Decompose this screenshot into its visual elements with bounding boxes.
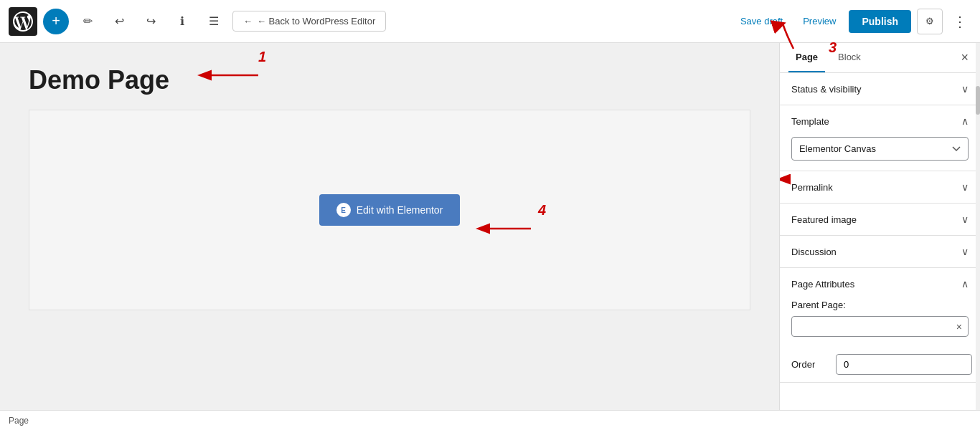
main-layout: Demo Page E Edit with Elementor 1: [0, 43, 980, 430]
plus-icon: +: [52, 13, 60, 29]
parent-page-input-container: ×: [791, 316, 969, 337]
order-input[interactable]: [836, 354, 972, 375]
template-select[interactable]: Elementor Canvas: [791, 137, 969, 161]
settings-button[interactable]: ⚙: [917, 9, 943, 34]
elementor-icon: E: [336, 203, 351, 217]
status-bar: Page: [0, 410, 980, 430]
featured-image-header[interactable]: Featured image ∨: [780, 204, 980, 235]
discussion-header[interactable]: Discussion ∨: [780, 236, 980, 267]
list-icon: ☰: [209, 14, 219, 28]
permalink-section: Permalink ∨: [780, 171, 980, 204]
preview-button[interactable]: Preview: [796, 11, 843, 31]
info-button[interactable]: ℹ: [169, 9, 195, 34]
permalink-chevron: ∨: [961, 181, 969, 193]
editor-area: Demo Page E Edit with Elementor 1: [0, 43, 779, 430]
order-label: Order: [791, 359, 827, 370]
status-visibility-section: Status & visibility ∨: [780, 73, 980, 105]
template-section: Template ∧ Elementor Canvas: [780, 105, 980, 171]
tab-block[interactable]: Block: [831, 43, 868, 72]
featured-image-label: Featured image: [791, 214, 857, 225]
status-visibility-chevron: ∨: [961, 83, 969, 95]
tab-page[interactable]: Page: [788, 43, 825, 72]
discussion-label: Discussion: [791, 247, 837, 257]
discussion-section: Discussion ∨: [780, 236, 980, 268]
page-title: Demo Page: [29, 64, 750, 95]
publish-button[interactable]: Publish: [849, 10, 911, 33]
wordpress-icon: [13, 11, 33, 32]
sidebar-close-button[interactable]: ×: [958, 47, 971, 68]
order-section: Order: [780, 347, 980, 382]
page-attributes-header[interactable]: Page Attributes ∧: [780, 268, 980, 300]
info-icon: ℹ: [180, 14, 184, 28]
page-attributes-label: Page Attributes: [791, 279, 854, 290]
status-visibility-header[interactable]: Status & visibility ∨: [780, 73, 980, 105]
sidebar-content: Status & visibility ∨ Template ∧ Element…: [780, 73, 980, 430]
edit-elementor-label: Edit with Elementor: [357, 204, 443, 216]
redo-icon: ↪: [146, 14, 156, 28]
page-attributes-chevron: ∧: [961, 278, 969, 290]
edit-with-elementor-button[interactable]: E Edit with Elementor: [319, 194, 461, 226]
gear-icon: ⚙: [925, 16, 934, 27]
back-button-label: ← Back to WordPress Editor: [257, 16, 375, 27]
add-button[interactable]: +: [43, 9, 69, 34]
template-header[interactable]: Template ∧: [780, 105, 980, 137]
publish-label: Publish: [862, 16, 898, 27]
more-options-button[interactable]: ⋮: [948, 10, 971, 33]
redo-button[interactable]: ↪: [138, 9, 164, 34]
preview-label: Preview: [803, 16, 836, 27]
permalink-header[interactable]: Permalink ∨: [780, 171, 980, 203]
featured-image-section: Featured image ∨: [780, 204, 980, 236]
status-visibility-label: Status & visibility: [791, 84, 862, 95]
undo-button[interactable]: ↩: [106, 9, 132, 34]
wp-logo: [9, 7, 37, 36]
discussion-chevron: ∨: [961, 246, 969, 257]
pencil-icon: ✏: [83, 14, 93, 28]
save-draft-button[interactable]: Save draft: [733, 11, 790, 31]
template-label: Template: [791, 116, 829, 127]
toolbar: + ✏ ↩ ↪ ℹ ☰ ← ← Back to WordPress Editor…: [0, 0, 980, 43]
ellipsis-icon: ⋮: [953, 14, 967, 29]
page-attributes-section: Page Attributes ∧ Parent Page: × Order: [780, 268, 980, 383]
template-body: Elementor Canvas: [780, 137, 980, 171]
sidebar: Page Block × Status & visibility ∨ Templ…: [779, 43, 980, 430]
back-arrow-icon: ←: [243, 16, 253, 27]
list-button[interactable]: ☰: [201, 9, 227, 34]
featured-image-chevron: ∨: [961, 214, 969, 225]
content-area[interactable]: E Edit with Elementor: [29, 110, 750, 310]
parent-page-label: Parent Page:: [791, 300, 969, 310]
template-chevron: ∧: [961, 115, 969, 127]
save-draft-label: Save draft: [740, 16, 783, 27]
undo-icon: ↩: [115, 14, 124, 28]
parent-page-input[interactable]: [799, 321, 945, 332]
parent-page-input-wrap: ×: [791, 316, 969, 337]
permalink-label: Permalink: [791, 182, 833, 193]
clear-parent-page-button[interactable]: ×: [956, 321, 962, 333]
back-to-wordpress-button[interactable]: ← ← Back to WordPress Editor: [232, 11, 386, 32]
page-attributes-body: Parent Page: ×: [780, 300, 980, 347]
sidebar-tabs: Page Block ×: [780, 43, 980, 73]
status-bar-label: Page: [9, 416, 29, 426]
edit-button[interactable]: ✏: [75, 9, 100, 34]
